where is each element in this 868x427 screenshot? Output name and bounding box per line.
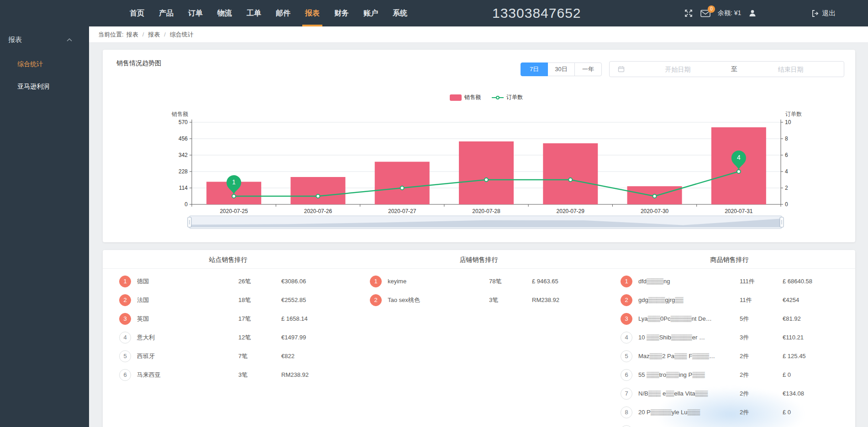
- sidebar-item-1[interactable]: 亚马逊利润: [0, 82, 89, 91]
- ranking-title: 商品销售排行: [604, 256, 855, 264]
- user-avatar-icon[interactable]: [748, 9, 757, 17]
- sales-trend-card: 销售情况趋势图 7日 30日 一年 至 销售额: [103, 50, 855, 242]
- ranking-row: 7 N/B▒▒▒ e▒▒ella Vita▒▒▒ 2件 €134.08: [604, 384, 855, 403]
- menu-item-9[interactable]: 系统: [385, 0, 415, 26]
- rank-item-count: 111件: [740, 277, 783, 286]
- breadcrumb-item-2[interactable]: 综合统计: [170, 31, 194, 39]
- menu-item-0[interactable]: 首页: [122, 0, 152, 26]
- logout-icon: [811, 10, 819, 17]
- rank-badge: 5: [621, 350, 632, 362]
- ranking-rows: 1 德国 26笔 €3086.06 2 法国 18笔 €2552.85 3 英国…: [103, 272, 353, 384]
- ranking-row: 5 西班牙 7笔 €822: [103, 347, 353, 365]
- topbar: 首页产品订单物流工单邮件报表财务账户系统 13303847652 0 余额: ¥…: [0, 0, 868, 26]
- fullscreen-icon[interactable]: [684, 9, 693, 18]
- shop-sales-ranking: 店铺销售排行 1 keyime 78笔 £ 9463.65 2 Tao sex桃…: [353, 250, 604, 309]
- rank-item-name: 意大利: [137, 333, 238, 342]
- right-axis-tick-label: 4: [785, 168, 788, 175]
- breadcrumb-item-1[interactable]: 报表: [148, 31, 160, 39]
- order-point: [568, 178, 572, 182]
- right-axis-tick-label: 0: [785, 201, 788, 208]
- trend-chart-svg: 01142283424565700246810销售额订单数2020-07-252…: [103, 50, 855, 242]
- rank-item-value: RM238.92: [281, 371, 331, 378]
- rank-item-count: 18笔: [238, 296, 281, 304]
- rank-item-count: 3笔: [489, 296, 532, 304]
- chevron-up-icon: [67, 38, 72, 42]
- menu-item-2[interactable]: 订单: [181, 0, 210, 26]
- rank-item-value: £ 68640.58: [783, 278, 832, 285]
- ranking-row: 5 Maz▒▒▒2 Pa▒▒▒ F▒▒▒▒… 2件 £ 125.45: [604, 347, 855, 365]
- menu-item-7[interactable]: 财务: [327, 0, 356, 26]
- rank-badge: 7: [621, 388, 632, 400]
- rank-item-count: 7笔: [238, 352, 281, 360]
- sidebar-group-reports[interactable]: 报表: [0, 35, 89, 44]
- site-sales-ranking: 站点销售排行 1 德国 26笔 €3086.06 2 法国 18笔 €2552.…: [103, 250, 353, 384]
- menu-item-8[interactable]: 账户: [356, 0, 385, 26]
- topbar-right-cluster: 0 余额: ¥1 退出: [684, 0, 836, 26]
- rank-badge: 2: [621, 294, 632, 306]
- ranking-row: 6 马来西亚 3笔 RM238.92: [103, 365, 353, 384]
- rank-item-name: 10 ▒▒▒Shib▒▒▒▒▒er …: [638, 334, 740, 341]
- product-sales-ranking: 商品销售排行 1 dfd▒▒▒▒ng 111件 £ 68640.58 2 gdg…: [604, 250, 855, 427]
- mail-icon[interactable]: 0: [700, 10, 710, 17]
- right-axis-tick-label: 6: [785, 152, 788, 158]
- rank-item-count: 2件: [740, 408, 783, 417]
- rank-item-count: 78笔: [489, 277, 532, 286]
- menu-item-1[interactable]: 产品: [152, 0, 181, 26]
- rank-item-name: 55 ▒▒▒tro▒▒▒ing P▒▒▒: [638, 371, 740, 378]
- main-area: 当前位置: 报表/报表/综合统计 销售情况趋势图 7日 30日 一年 至: [89, 26, 868, 427]
- rank-item-name: Lya▒▒▒0Pc▒▒▒▒▒nt De…: [638, 315, 740, 322]
- left-axis-tick-label: 228: [179, 168, 188, 175]
- rank-badge: 4: [119, 332, 131, 344]
- rank-item-count: 3件: [740, 333, 783, 342]
- rank-item-value: £ 125.45: [783, 353, 832, 359]
- ranking-title: 站点销售排行: [103, 256, 353, 264]
- rank-item-name: 法国: [137, 296, 238, 304]
- breadcrumb-item-0[interactable]: 报表: [126, 31, 138, 39]
- rank-item-name: 20 P▒▒▒▒▒yle Lu▒▒▒: [638, 409, 740, 416]
- left-axis-tick-label: 342: [179, 152, 188, 158]
- x-axis-label: 2020-07-29: [557, 208, 585, 214]
- x-axis-label: 2020-07-26: [304, 208, 332, 214]
- rank-item-value: €1497.99: [281, 334, 331, 341]
- order-point: [737, 170, 741, 173]
- ranking-row: 6 55 ▒▒▒tro▒▒▒ing P▒▒▒ 2件 £ 0: [604, 365, 855, 384]
- rank-item-count: 12笔: [238, 333, 281, 342]
- rank-item-value: £ 1658.14: [281, 315, 331, 322]
- ranking-row: 8 20 P▒▒▒▒▒yle Lu▒▒▒ 2件 £ 0: [604, 403, 855, 422]
- content: 销售情况趋势图 7日 30日 一年 至 销售额: [89, 43, 868, 427]
- logout-button[interactable]: 退出: [811, 9, 836, 18]
- rank-badge: 1: [370, 276, 382, 287]
- rank-item-value: €3086.06: [281, 278, 331, 285]
- rank-item-value: £ 0: [783, 409, 832, 416]
- rank-badge: 1: [119, 276, 131, 287]
- sidebar-item-0[interactable]: 综合统计: [0, 59, 89, 68]
- ranking-row: 2 Tao sex桃色 3笔 RM238.92: [353, 291, 604, 309]
- range-button-7d[interactable]: 7日: [521, 62, 548, 76]
- order-point: [653, 194, 657, 198]
- rank-item-count: 11件: [740, 296, 783, 304]
- menu-item-5[interactable]: 邮件: [268, 0, 298, 26]
- menu-item-4[interactable]: 工单: [239, 0, 268, 26]
- ranking-row: 4 意大利 12笔 €1497.99: [103, 328, 353, 347]
- rank-item-value: €4254: [783, 297, 832, 303]
- right-axis-tick-label: 8: [785, 135, 788, 142]
- sidebar-items: 综合统计亚马逊利润: [0, 59, 89, 91]
- ranking-row: 4 10 ▒▒▒Shib▒▒▒▒▒er … 3件 €110.21: [604, 328, 855, 347]
- menu-item-6[interactable]: 报表: [298, 0, 327, 26]
- menu-item-3[interactable]: 物流: [210, 0, 239, 26]
- ranking-row: [604, 422, 855, 427]
- left-axis-tick-label: 0: [184, 201, 188, 208]
- ranking-row: 1 keyime 78笔 £ 9463.65: [353, 272, 604, 291]
- rank-item-name: 西班牙: [137, 352, 238, 360]
- rank-item-count: 17笔: [238, 315, 281, 323]
- rank-item-value: €110.21: [783, 334, 832, 341]
- sales-bar: [375, 162, 430, 204]
- rank-badge: 4: [621, 332, 632, 344]
- rank-item-value: £ 0: [783, 371, 832, 378]
- rank-item-name: keyime: [388, 278, 489, 285]
- x-axis-label: 2020-07-30: [641, 208, 669, 214]
- rank-item-name: 德国: [137, 277, 238, 286]
- ranking-row: 2 法国 18笔 €2552.85: [103, 291, 353, 309]
- right-axis-name: 订单数: [785, 111, 802, 117]
- x-axis-label: 2020-07-28: [472, 208, 500, 214]
